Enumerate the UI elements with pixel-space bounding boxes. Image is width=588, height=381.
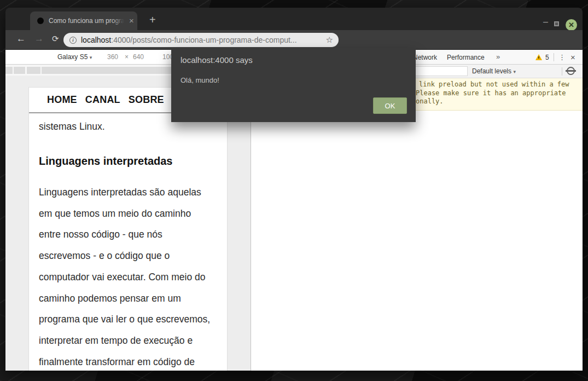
reload-button[interactable]: ⟳: [52, 34, 59, 44]
window-maximize-button[interactable]: [554, 21, 559, 26]
media-query-segment[interactable]: [27, 67, 40, 74]
nav-link-sobre[interactable]: SOBRE: [129, 94, 164, 106]
chevron-down-icon: ▾: [90, 55, 92, 60]
bookmark-star-icon[interactable]: ☆: [326, 35, 333, 45]
browser-toolbar: ← → ⟳ i localhost:4000/posts/como-funcio…: [5, 30, 583, 50]
article-paragraph: Linguagens interpretadas são aquelas em …: [39, 182, 219, 371]
window-close-button[interactable]: ✕: [566, 19, 577, 31]
alert-ok-button[interactable]: OK: [373, 97, 407, 114]
alert-title: localhost:4000 says: [181, 55, 253, 65]
new-tab-button[interactable]: +: [149, 14, 156, 26]
devtools-separator: [554, 53, 554, 61]
console-levels-select[interactable]: Default levels ▾: [472, 67, 516, 75]
more-tabs-icon[interactable]: »: [496, 53, 500, 61]
device-height-field[interactable]: 640: [133, 53, 144, 61]
page-viewport: HOME CANAL SOBRE sistemas Linux. Linguag…: [29, 88, 227, 371]
tab-title: Como funciona um programa de computador: [49, 17, 126, 25]
address-bar[interactable]: i localhost:4000/posts/como-funciona-um-…: [63, 33, 339, 47]
page-info-icon[interactable]: i: [69, 37, 77, 44]
browser-window: Como funciona um programa de computador …: [5, 8, 583, 371]
chevron-down-icon: ▾: [513, 69, 516, 74]
tab-strip: Como funciona um programa de computador …: [5, 8, 583, 30]
alert-message: Olá, mundo!: [181, 76, 219, 84]
tab-network[interactable]: Network: [413, 54, 437, 61]
url-text: localhost:4000/posts/como-funciona-um-pr…: [81, 36, 323, 44]
device-select[interactable]: Galaxy S5 ▾: [57, 53, 92, 61]
media-query-segment[interactable]: [5, 67, 13, 74]
forward-button[interactable]: →: [34, 33, 44, 44]
console-settings-gear-icon[interactable]: [567, 67, 575, 75]
device-width-field[interactable]: 360: [107, 53, 118, 61]
media-query-segment[interactable]: [14, 67, 25, 74]
window-minimize-button[interactable]: –: [543, 17, 548, 27]
warning-triangle-icon[interactable]: [535, 54, 542, 60]
dimension-separator: ×: [125, 53, 129, 61]
nav-link-canal[interactable]: CANAL: [85, 94, 120, 106]
warning-count[interactable]: 5: [545, 54, 549, 61]
browser-tab[interactable]: Como funciona um programa de computador …: [30, 11, 137, 30]
devtools-close-icon[interactable]: ×: [570, 53, 575, 62]
javascript-alert-dialog: localhost:4000 says Olá, mundo! OK: [171, 48, 416, 122]
nav-link-home[interactable]: HOME: [47, 94, 77, 106]
tab-performance[interactable]: Performance: [447, 54, 485, 61]
back-button[interactable]: ←: [16, 33, 26, 44]
desktop: { "chrome": { "tab_title": "Como funcion…: [0, 0, 588, 381]
devtools-separator: [562, 67, 562, 76]
tab-title-fade: [112, 17, 126, 25]
section-heading: Linguagens interpretadas: [39, 155, 219, 168]
site-favicon-icon: [37, 18, 44, 24]
article-body: sistemas Linux. Linguagens interpretadas…: [29, 113, 227, 371]
devtools-menu-icon[interactable]: ⋮: [558, 53, 566, 61]
tab-close-icon[interactable]: ×: [129, 17, 134, 25]
